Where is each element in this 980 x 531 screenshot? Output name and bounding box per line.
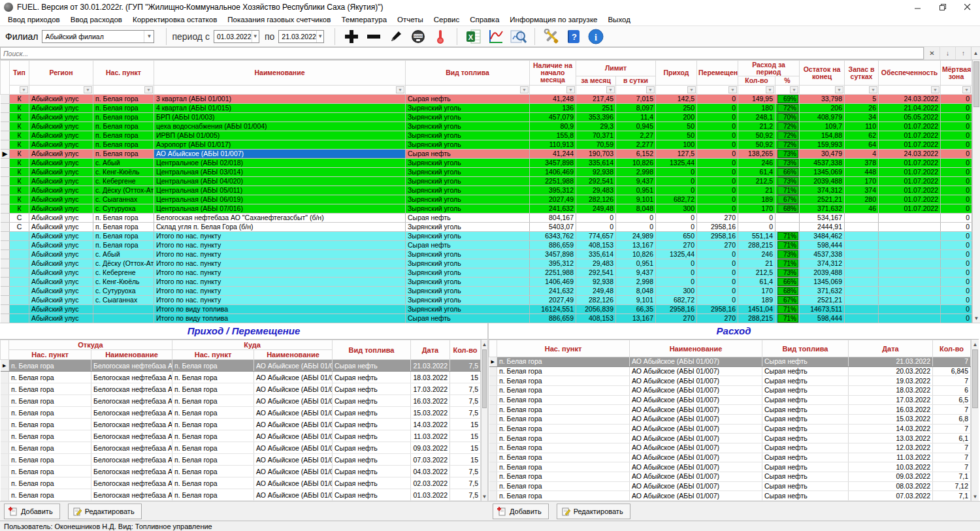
- income-edit-button[interactable]: Редактировать: [68, 504, 142, 519]
- tools-icon[interactable]: [540, 27, 563, 46]
- table-row[interactable]: п. Белая гораБелогоская нефтебаза АО "Са…: [1, 454, 481, 466]
- menu-temperatura[interactable]: Температура: [336, 16, 392, 24]
- col-header-to-name[interactable]: Наименование: [254, 350, 333, 360]
- table-row[interactable]: п. Белая гораАО Абыйское (АБЫ 01/007)Сыр…: [489, 414, 971, 424]
- table-row[interactable]: п. Белая гораАО Абыйское (АБЫ 01/007)Сыр…: [489, 481, 971, 491]
- menu-servis[interactable]: Сервис: [429, 16, 465, 24]
- filter-dropdown-icon[interactable]: ▼: [728, 86, 737, 93]
- col-header-date[interactable]: Дата: [849, 340, 933, 357]
- table-row[interactable]: п. Белая гораАО Абыйское (АБЫ 01/007)Сыр…: [489, 453, 971, 462]
- table-row[interactable]: КАбыйский улусп. Белая горацеха водоснаб…: [1, 122, 972, 131]
- search-chart-icon[interactable]: [507, 27, 529, 46]
- scroll-up-arrow[interactable]: ▲: [972, 340, 979, 349]
- search-up-icon[interactable]: ↑: [955, 47, 971, 59]
- filter-dropdown-icon[interactable]: ▼: [931, 86, 939, 93]
- excel-icon[interactable]: X: [463, 27, 485, 46]
- table-row[interactable]: КАбыйский улусс. КебергенеЦентральная (А…: [1, 177, 972, 186]
- table-row[interactable]: Абыйский улусп. Белая гораИтого по нас. …: [1, 241, 972, 250]
- col-header-exp-pct[interactable]: %: [776, 76, 800, 86]
- menu-spravka[interactable]: Справка: [465, 16, 504, 24]
- table-row[interactable]: Абыйский улусп. Белая гораИтого по нас. …: [1, 232, 972, 241]
- table-row[interactable]: КАбыйский улусс. СыаганнахЦентральная (А…: [1, 195, 972, 204]
- col-header-limit-month[interactable]: за месяц: [576, 76, 616, 86]
- filter-dropdown-icon[interactable]: ▼: [606, 86, 615, 93]
- period-to-select[interactable]: 21.03.2022 ▼: [278, 30, 324, 43]
- col-header-name[interactable]: Наименование: [630, 340, 762, 357]
- col-header-fuel[interactable]: Вид топлива: [406, 61, 530, 86]
- scroll-down-arrow[interactable]: ▼: [973, 314, 980, 323]
- table-row[interactable]: КАбыйский улусс. Дёску (Оттох-Атах)Центр…: [1, 186, 972, 195]
- col-header-dead[interactable]: Мёртвая зона: [941, 61, 972, 86]
- scroll-up-arrow[interactable]: ▲: [971, 47, 980, 59]
- filter-dropdown-icon[interactable]: ▼: [835, 86, 843, 93]
- col-header-qty[interactable]: Кол-во: [933, 340, 971, 357]
- filter-dropdown-icon[interactable]: ▼: [520, 86, 529, 93]
- col-header-start[interactable]: Наличие на начало месяца: [530, 61, 576, 86]
- col-header-qty[interactable]: Кол-во: [450, 340, 481, 360]
- col-header-region[interactable]: Регион: [29, 61, 93, 86]
- table-row[interactable]: п. Белая гораБелогоская нефтебаза АО "Са…: [1, 430, 481, 442]
- table-row[interactable]: КАбыйский улусп. Белая гораБРП (АБЫ 01/0…: [1, 113, 972, 122]
- table-row[interactable]: п. Белая гораБелогоская нефтебаза АО "Са…: [1, 407, 481, 419]
- menu-otchety[interactable]: Отчеты: [392, 16, 429, 24]
- table-row[interactable]: п. Белая гораБелогоская нефтебаза АО "Са…: [1, 419, 481, 430]
- filial-select[interactable]: Абыйский филиал ▼: [42, 30, 154, 43]
- expense-add-button[interactable]: Добавить: [493, 504, 549, 519]
- income-scrollbar[interactable]: ▲ ▼: [481, 340, 487, 501]
- table-row[interactable]: САбыйский улусп. Белая гораСклад угля п.…: [1, 223, 972, 232]
- scroll-down-arrow[interactable]: ▼: [482, 492, 487, 501]
- col-header-provision[interactable]: Обеспеченность: [879, 61, 941, 86]
- table-row[interactable]: п. Белая гораБелогоская нефтебаза АО "Са…: [1, 477, 481, 489]
- col-header-end[interactable]: Остаток на конец: [800, 61, 845, 86]
- table-row[interactable]: п. Белая гораАО Абыйское (АБЫ 01/007)Сыр…: [489, 424, 971, 434]
- table-row[interactable]: Абыйский улусс. СутуруохаИтого по нас. п…: [1, 287, 972, 296]
- remove-button[interactable]: [363, 27, 385, 46]
- filter-dropdown-icon[interactable]: ▼: [20, 86, 28, 93]
- table-row[interactable]: п. Белая гораБелогоская нефтебаза АО "Са…: [1, 372, 481, 383]
- income-add-button[interactable]: Добавить: [4, 504, 60, 519]
- period-from-select[interactable]: 01.03.2022 ▼: [214, 30, 259, 43]
- table-row[interactable]: Абыйский улусс. Кенг-КюёльИтого по нас. …: [1, 278, 972, 287]
- table-row[interactable]: ▶п. Белая гораБелогоская нефтебаза АО "С…: [1, 360, 481, 372]
- pencil-icon[interactable]: [385, 27, 407, 46]
- filter-dropdown-icon[interactable]: ▼: [869, 86, 877, 93]
- filter-dropdown-icon[interactable]: ▼: [144, 86, 153, 93]
- col-header-name[interactable]: Наименование: [154, 61, 406, 86]
- table-row[interactable]: КАбыйский улусс. Кенг-КюёльЦентральная (…: [1, 168, 972, 177]
- table-row[interactable]: Абыйский улусс. СыаганнахИтого по нас. п…: [1, 296, 972, 305]
- table-row[interactable]: Абыйский улусс. КебергенеИтого по нас. п…: [1, 268, 972, 278]
- search-input[interactable]: [0, 47, 924, 59]
- col-header-limit[interactable]: Лимит: [576, 61, 656, 76]
- col-header-date[interactable]: Дата: [411, 340, 450, 360]
- menu-korrektirovka[interactable]: Корректировка остатков: [127, 16, 222, 24]
- add-button[interactable]: [340, 27, 363, 46]
- table-row[interactable]: п. Белая гораАО Абыйское (АБЫ 01/007)Сыр…: [489, 385, 971, 395]
- col-header-move[interactable]: Перемещение: [697, 61, 738, 86]
- main-table-scrollbar[interactable]: ▼: [972, 60, 980, 323]
- menu-gas-counters[interactable]: Показания газовых счетчиков: [222, 16, 336, 24]
- filter-dropdown-icon[interactable]: ▼: [962, 86, 971, 93]
- table-row[interactable]: п. Белая гораАО Абыйское (АБЫ 01/007)Сыр…: [489, 462, 971, 472]
- thermometer-icon[interactable]: [429, 27, 451, 46]
- filter-dropdown-icon[interactable]: ▼: [396, 86, 404, 93]
- table-row[interactable]: п. Белая гораАО Абыйское (АБЫ 01/007)Сыр…: [489, 491, 971, 501]
- filter-dropdown-icon[interactable]: ▼: [687, 86, 696, 93]
- table-row[interactable]: КАбыйский улусп. Белая гораАэропорт (АБЫ…: [1, 140, 972, 150]
- table-row[interactable]: п. Белая гораАО Абыйское (АБЫ 01/007)Сыр…: [489, 472, 971, 481]
- table-row[interactable]: п. Белая гораБелогоская нефтебаза АО "Са…: [1, 383, 481, 395]
- filter-dropdown-icon[interactable]: ▼: [646, 86, 655, 93]
- col-header-stock[interactable]: Запас в сутках: [845, 61, 879, 86]
- table-row[interactable]: п. Белая гораАО Абыйское (АБЫ 01/007)Сыр…: [489, 434, 971, 443]
- scroll-up-arrow[interactable]: ▲: [482, 340, 487, 349]
- col-header-income[interactable]: Приход: [656, 61, 697, 86]
- table-row[interactable]: КАбыйский улусс. АбыйЦентральное (АБЫ 02…: [1, 159, 972, 168]
- table-row[interactable]: Абыйский улусс. Дёску (Оттох-Атах)Итого …: [1, 259, 972, 268]
- col-header-limit-day[interactable]: в сутки: [616, 76, 656, 86]
- col-header-settlement[interactable]: Нас. пункт: [93, 61, 154, 86]
- col-header-to[interactable]: Куда: [172, 340, 333, 350]
- table-row[interactable]: ▶п. Белая гораАО Абыйское (АБЫ 01/007)Сы…: [489, 357, 971, 367]
- col-header-exp-qty[interactable]: Кол-во: [738, 76, 776, 86]
- help-icon[interactable]: ?: [563, 27, 585, 46]
- filter-dropdown-icon[interactable]: ▼: [566, 86, 575, 93]
- table-row[interactable]: Абыйский улусс. АбыйИтого по нас. пункту…: [1, 250, 972, 259]
